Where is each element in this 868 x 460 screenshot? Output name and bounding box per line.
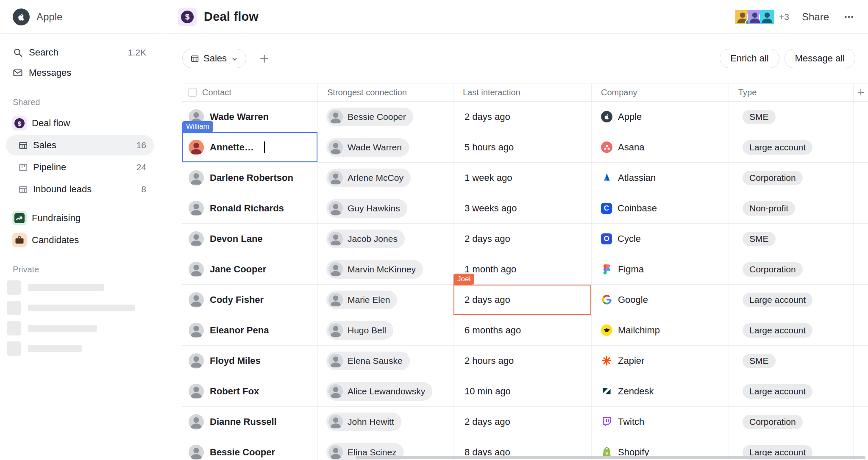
connection-cell[interactable]: Arlene McCoy	[318, 163, 453, 193]
interaction-cell[interactable]: 2 days ago	[453, 102, 592, 132]
connection-pill[interactable]: Guy Hawkins	[326, 199, 407, 218]
company-cell[interactable]: Zapier	[592, 346, 729, 376]
company-cell[interactable]: Twitch	[592, 407, 729, 437]
collaborator-avatars[interactable]	[734, 9, 775, 25]
sidebar-item-label: Fundraising	[32, 213, 81, 224]
connection-cell[interactable]: Elena Sauske	[318, 346, 453, 376]
connection-cell[interactable]: Marie Elen	[318, 285, 453, 315]
sidebar-item-messages[interactable]: Messages	[6, 63, 154, 83]
connection-name: Marvin McKinney	[348, 264, 416, 274]
contact-cell[interactable]: Cody Fisher	[182, 285, 318, 315]
share-button[interactable]: Share	[802, 11, 829, 23]
interaction-cell[interactable]: Joei 2 days ago	[453, 285, 592, 315]
connection-pill[interactable]: Arlene McCoy	[326, 169, 411, 187]
connection-avatar	[328, 110, 343, 124]
horizontal-scrollbar[interactable]	[356, 456, 865, 459]
connection-pill[interactable]: Bessie Cooper	[326, 108, 413, 126]
connection-pill[interactable]: Elena Sauske	[326, 352, 410, 370]
contact-cell[interactable]: Jane Cooper	[182, 254, 318, 284]
connection-cell[interactable]: John Hewitt	[318, 407, 453, 437]
sidebar-item-candidates[interactable]: Candidates	[6, 230, 154, 250]
view-selector-button[interactable]: Sales	[182, 49, 246, 68]
sidebar-item-sales[interactable]: Sales 16	[6, 135, 154, 155]
company-name: Cycle	[618, 233, 641, 244]
sidebar-item-pipeline[interactable]: Pipeline 24	[6, 157, 154, 177]
avatar-overflow-count[interactable]: +3	[779, 12, 789, 22]
connection-avatar	[328, 415, 343, 429]
interaction-cell[interactable]: 10 min ago	[453, 376, 592, 406]
connection-cell[interactable]: Wade Warren	[318, 132, 453, 162]
connection-pill[interactable]: John Hewitt	[326, 413, 401, 431]
company-cell[interactable]: Zendesk	[592, 376, 729, 406]
connection-avatar	[328, 232, 343, 246]
contact-cell[interactable]: Ronald Richards	[182, 193, 318, 223]
connection-cell[interactable]: Jacob Jones	[318, 224, 453, 254]
contact-avatar	[189, 292, 204, 308]
contact-cell[interactable]: Bessie Cooper	[182, 437, 318, 460]
connection-cell[interactable]: Bessie Cooper	[318, 102, 453, 132]
type-pill: Large account	[743, 323, 812, 338]
connection-cell[interactable]: Hugo Bell	[318, 315, 453, 345]
select-all-checkbox[interactable]	[188, 88, 197, 97]
contact-cell[interactable]: Darlene Robertson	[182, 163, 318, 193]
workspace-logo-icon	[13, 8, 30, 25]
company-cell[interactable]: Figma	[592, 254, 729, 284]
table-view-icon	[190, 54, 199, 63]
company-cell[interactable]: Google	[592, 285, 729, 315]
type-cell[interactable]: Large account	[729, 376, 854, 406]
connection-cell[interactable]: Marvin McKinney	[318, 254, 453, 284]
type-cell[interactable]: Large account	[729, 315, 854, 345]
company-cell[interactable]: Asana	[592, 132, 729, 162]
connection-pill[interactable]: Wade Warren	[326, 138, 409, 157]
connection-pill[interactable]: Marie Elen	[326, 291, 397, 309]
type-cell[interactable]: Large account	[729, 285, 854, 315]
column-header-connection: Strongest connection	[318, 83, 453, 101]
company-cell[interactable]: Mailchimp	[592, 315, 729, 345]
type-cell[interactable]: Large account	[729, 132, 854, 162]
interaction-cell[interactable]: 2 days ago	[453, 224, 592, 254]
contact-cell[interactable]: Eleanor Pena	[182, 315, 318, 345]
sidebar-item-deal-flow[interactable]: $ Deal flow	[6, 113, 154, 133]
type-pill: Large account	[743, 384, 812, 399]
workspace-name: Apple	[36, 11, 62, 23]
type-cell[interactable]: Non-profit	[729, 193, 854, 223]
company-cell[interactable]: Atlassian	[592, 163, 729, 193]
contact-cell[interactable]: Devon Lane	[182, 224, 318, 254]
connection-cell[interactable]: Guy Hawkins	[318, 193, 453, 223]
collaborator-avatar-3[interactable]	[759, 9, 775, 25]
connection-cell[interactable]: Alice Lewandowsky	[318, 376, 453, 406]
contact-cell[interactable]: Floyd Miles	[182, 346, 318, 376]
add-view-button[interactable]	[256, 51, 272, 66]
company-cell[interactable]: C Coinbase	[592, 193, 729, 223]
sidebar-item-fundraising[interactable]: Fundraising	[6, 208, 154, 228]
type-cell[interactable]: SME	[729, 346, 854, 376]
connection-pill[interactable]: Jacob Jones	[326, 230, 405, 248]
interaction-cell[interactable]: 6 months ago	[453, 315, 592, 345]
add-column-button[interactable]	[854, 83, 868, 101]
interaction-cell[interactable]: 3 weeks ago	[453, 193, 592, 223]
enrich-all-button[interactable]: Enrich all	[720, 49, 779, 68]
connection-pill[interactable]: Alice Lewandowsky	[326, 382, 432, 401]
connection-pill[interactable]: Hugo Bell	[326, 321, 393, 340]
type-cell[interactable]: Corporation	[729, 407, 854, 437]
company-cell[interactable]: Apple	[592, 102, 729, 132]
message-all-button[interactable]: Message all	[785, 49, 855, 68]
type-cell[interactable]: Corporation	[729, 163, 854, 193]
interaction-cell[interactable]: 5 hours ago	[453, 132, 592, 162]
company-name: Twitch	[618, 416, 644, 427]
interaction-cell[interactable]: 2 days ago	[453, 407, 592, 437]
interaction-cell[interactable]: 2 hours ago	[453, 346, 592, 376]
contact-cell[interactable]: William Annette…	[182, 132, 318, 162]
type-cell[interactable]: SME	[729, 102, 854, 132]
interaction-cell[interactable]: 1 week ago	[453, 163, 592, 193]
connection-pill[interactable]: Marvin McKinney	[326, 260, 423, 279]
contact-cell[interactable]: Dianne Russell	[182, 407, 318, 437]
contact-cell[interactable]: Robert Fox	[182, 376, 318, 406]
type-cell[interactable]: SME	[729, 224, 854, 254]
workspace-switcher[interactable]: Apple	[0, 0, 160, 34]
company-cell[interactable]: O Cycle	[592, 224, 729, 254]
type-cell[interactable]: Corporation	[729, 254, 854, 284]
sidebar-item-inbound-leads[interactable]: Inbound leads 8	[6, 179, 154, 200]
sidebar-item-search[interactable]: Search 1.2K	[6, 42, 154, 63]
more-menu-button[interactable]	[843, 11, 855, 23]
